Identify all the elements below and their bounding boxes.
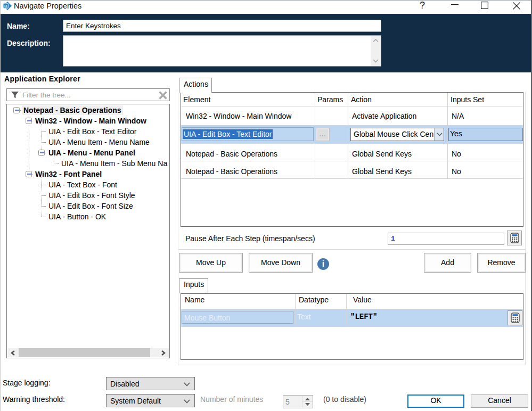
svg-text:B: B	[4, 4, 7, 9]
